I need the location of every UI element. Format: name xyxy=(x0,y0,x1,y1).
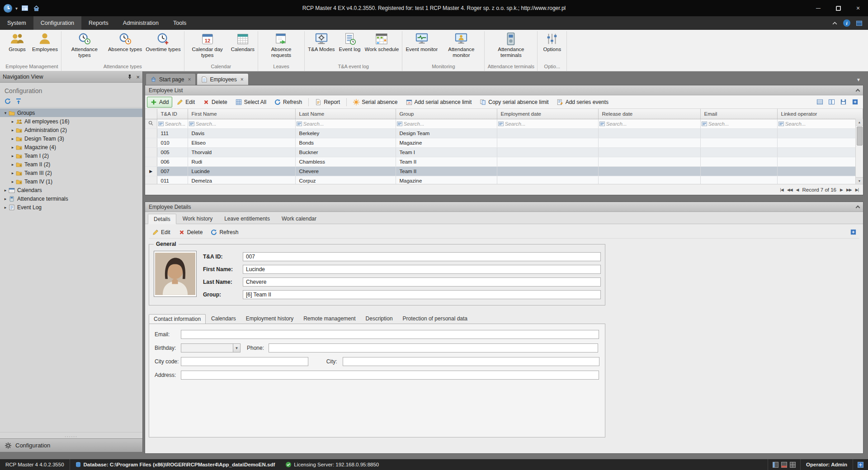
last-name-input[interactable] xyxy=(243,277,601,287)
expander-icon[interactable]: ▸ xyxy=(3,205,8,210)
save-layout-icon[interactable] xyxy=(839,98,848,107)
info-icon[interactable]: i xyxy=(843,19,850,27)
expander-icon[interactable]: ▸ xyxy=(10,171,15,175)
subtab-employment-history[interactable]: Employment history xyxy=(241,314,298,324)
collapse-all-icon[interactable] xyxy=(15,98,22,104)
tab-leave-entitlements[interactable]: Leave entitlements xyxy=(219,213,275,224)
filter-mode-icon[interactable] xyxy=(702,121,707,127)
filter-mode-icon[interactable] xyxy=(397,121,402,127)
collapse-panel-icon[interactable] xyxy=(856,205,860,210)
subtab-protection-of-personal-data[interactable]: Protection of personal data xyxy=(398,314,472,324)
filter-mode-icon[interactable] xyxy=(189,121,194,127)
layout-grid-icon[interactable] xyxy=(790,462,796,468)
collapse-ribbon-icon[interactable] xyxy=(832,20,838,26)
next-page-button[interactable]: ▶▶ xyxy=(846,188,852,192)
add-series-events-button[interactable]: Add series events xyxy=(553,97,612,108)
prev-page-button[interactable]: ◀◀ xyxy=(787,188,793,192)
filter-employment-date-input[interactable] xyxy=(505,121,597,127)
address-input[interactable] xyxy=(181,371,599,380)
filter-last-name-input[interactable] xyxy=(303,121,395,127)
tree-item-team-1[interactable]: ▸ Team I (2) xyxy=(0,151,142,160)
table-row[interactable]: 010 Eliseo Bonds Magazine xyxy=(145,138,863,147)
expander-icon[interactable]: ▸ xyxy=(10,136,15,141)
filter-mode-icon[interactable] xyxy=(778,121,784,127)
tree-item-all-employees[interactable]: ▸ All employees (16) xyxy=(0,117,142,126)
minimize-button[interactable]: ─ xyxy=(808,0,828,16)
filter-first-name-input[interactable] xyxy=(196,121,294,127)
menu-tab-system[interactable]: System xyxy=(0,16,33,30)
ribbon-button-ta-modes[interactable]: T&A Modes xyxy=(306,31,336,59)
close-button[interactable]: × xyxy=(848,0,868,16)
expander-icon[interactable]: ▸ xyxy=(3,197,8,201)
tab-details[interactable]: Details xyxy=(148,214,176,224)
refresh-icon[interactable] xyxy=(5,98,11,104)
first-record-button[interactable]: |◀ xyxy=(780,188,783,192)
expander-icon[interactable]: ▸ xyxy=(10,162,15,167)
card-view-icon[interactable] xyxy=(827,98,836,107)
table-row-selected[interactable]: ▶ 007 Lucinde Chevere Team II xyxy=(145,166,863,176)
menu-tab-administration[interactable]: Administration xyxy=(116,16,166,30)
phone-input[interactable] xyxy=(269,343,598,352)
qat-report-icon[interactable] xyxy=(21,4,29,12)
tree-item-groups[interactable]: ▾ Groups xyxy=(0,108,142,117)
subtab-contact-information[interactable]: Contact information xyxy=(149,314,206,324)
next-record-button[interactable]: ▶ xyxy=(840,188,843,192)
column-header-linked-operator[interactable]: Linked operator xyxy=(777,109,863,119)
delete-button[interactable]: Delete xyxy=(199,97,231,108)
expander-icon[interactable]: ▸ xyxy=(10,154,15,158)
vertical-scrollbar[interactable]: ▲ ▼ xyxy=(855,119,863,184)
tree-item-magazine[interactable]: ▸ Magazine (4) xyxy=(0,143,142,151)
ta-id-input[interactable] xyxy=(243,252,601,261)
add-serial-absence-limit-button[interactable]: 25 Add serial absence limit xyxy=(402,97,476,108)
panel-help-icon[interactable] xyxy=(850,98,859,107)
filter-release-date-input[interactable] xyxy=(606,121,699,127)
scrollbar-thumb[interactable] xyxy=(857,127,863,146)
city-code-input[interactable] xyxy=(181,357,308,366)
serial-absence-button[interactable]: Serial absence xyxy=(349,97,401,108)
refresh-button[interactable]: Refresh xyxy=(207,227,242,238)
qat-home-icon[interactable] xyxy=(32,4,40,12)
column-header-first-name[interactable]: First Name xyxy=(188,109,295,119)
subtab-description[interactable]: Description xyxy=(361,314,397,324)
grid-view-icon[interactable] xyxy=(815,98,824,107)
layout-left-icon[interactable] xyxy=(773,462,778,468)
ribbon-button-employees[interactable]: Employees xyxy=(30,31,60,59)
last-record-button[interactable]: ▶| xyxy=(855,188,859,192)
dropdown-arrow-icon[interactable]: ▼ xyxy=(233,343,241,352)
splitter-grip[interactable]: ...... xyxy=(0,432,142,438)
column-header-release-date[interactable]: Release date xyxy=(598,109,700,119)
collapse-panel-icon[interactable] xyxy=(856,89,860,93)
ribbon-button-groups[interactable]: Groups xyxy=(4,31,30,59)
ribbon-button-work-schedule[interactable]: Work schedule xyxy=(363,31,401,59)
prev-record-button[interactable]: ◀ xyxy=(796,188,799,192)
tree-item-design-team[interactable]: ▸ Design Team (3) xyxy=(0,134,142,143)
menu-tab-configuration[interactable]: Configuration xyxy=(33,16,81,30)
quick-access-dropdown-icon[interactable]: ▾ xyxy=(15,6,18,11)
expander-icon[interactable]: ▸ xyxy=(10,179,15,184)
tab-start-page[interactable]: Start page × xyxy=(146,73,196,85)
tree-item-event-log[interactable]: ▸ Event Log xyxy=(0,203,142,212)
tree-item-attendance-terminals[interactable]: ▸ Attendance terminals xyxy=(0,194,142,203)
menu-tab-tools[interactable]: Tools xyxy=(166,16,193,30)
ribbon-button-attendance-monitor[interactable]: Attendance monitor xyxy=(439,31,483,59)
close-panel-icon[interactable]: × xyxy=(136,74,140,80)
filter-group-input[interactable] xyxy=(404,121,496,127)
delete-button[interactable]: Delete xyxy=(175,227,207,238)
window-layout-icon[interactable] xyxy=(856,20,863,27)
ribbon-button-absence-types[interactable]: Absence types xyxy=(106,31,144,59)
expander-icon[interactable]: ▾ xyxy=(3,111,8,115)
panel-help-icon[interactable] xyxy=(849,228,858,237)
tree-item-calendars[interactable]: ▸ Calendars xyxy=(0,186,142,194)
column-header-last-name[interactable]: Last Name xyxy=(295,109,396,119)
table-row[interactable]: 006 Rudi Chambless Team II xyxy=(145,157,863,166)
edit-button[interactable]: Edit xyxy=(173,97,198,108)
tree-item-administration[interactable]: ▸ Administration (2) xyxy=(0,126,142,134)
report-button[interactable]: Report xyxy=(311,97,344,108)
column-header-email[interactable]: Email xyxy=(700,109,777,119)
pin-icon[interactable] xyxy=(127,74,132,80)
refresh-button[interactable]: Refresh xyxy=(271,97,306,108)
select-all-button[interactable]: Select All xyxy=(232,97,270,108)
scroll-up-icon[interactable]: ▲ xyxy=(856,119,863,126)
ribbon-button-event-monitor[interactable]: Event monitor xyxy=(404,31,439,59)
ribbon-button-attendance-terminals[interactable]: Attendance terminals xyxy=(486,31,536,59)
